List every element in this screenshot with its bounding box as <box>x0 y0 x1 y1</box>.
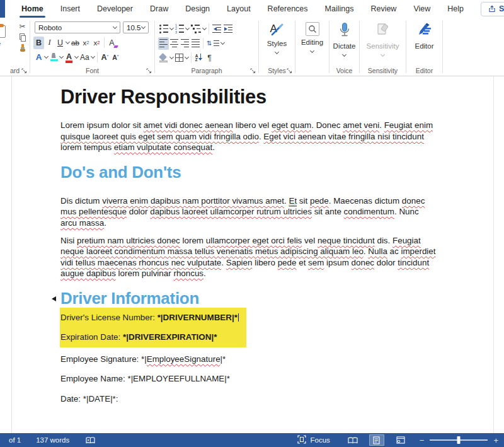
editor-pen-icon <box>416 22 433 40</box>
tab-mailings[interactable]: Mailings <box>325 4 354 13</box>
multilevel-list-icon <box>191 25 201 33</box>
zoom-slider[interactable] <box>430 439 488 441</box>
subscript-button[interactable]: x2 <box>81 37 91 49</box>
highlight-dropdown-icon[interactable] <box>59 54 64 58</box>
paragraph-group-label: Paragraph <box>155 65 258 76</box>
cut-icon[interactable]: ✂ <box>19 23 25 30</box>
ribbon-group-voice: Dictate Voice <box>329 18 359 76</box>
voice-group-label: Voice <box>329 65 359 76</box>
styles-dropdown-icon <box>275 49 279 54</box>
align-right-button[interactable] <box>180 37 190 50</box>
multilevel-list-button[interactable] <box>190 23 202 35</box>
align-center-button[interactable] <box>169 37 180 50</box>
web-layout-button[interactable] <box>393 434 408 446</box>
page-indicator[interactable]: of 1 <box>9 436 21 444</box>
font-dialog-launcher-icon[interactable] <box>146 67 152 73</box>
highlight-color-button[interactable] <box>49 51 59 64</box>
tab-references[interactable]: References <box>268 4 308 13</box>
line-spacing-dropdown-icon[interactable] <box>220 40 225 44</box>
focus-label: Focus <box>310 436 329 444</box>
doc-paragraph-2: Dis dictum viverra enim dapibus nam port… <box>60 195 437 229</box>
clipboard-dialog-launcher-icon[interactable] <box>21 67 27 73</box>
shrink-font-button[interactable]: Aˇ <box>110 51 121 64</box>
field-license-number: Driver's License Number: *|DRIVERNUMBER|… <box>60 312 246 323</box>
document-canvas[interactable]: Driver Responsibilities Lorem ipsum dolo… <box>0 76 504 433</box>
paste-button[interactable]: e <box>0 25 6 47</box>
shading-button[interactable] <box>158 52 169 64</box>
field-employee-name: Employee Name: *|EMPLOYEEFULLNAME|* <box>60 373 437 384</box>
word-count[interactable]: 137 words <box>36 436 69 444</box>
sort-button[interactable]: AZ <box>193 52 204 64</box>
tab-layout[interactable]: Layout <box>227 4 251 13</box>
decrease-indent-button[interactable] <box>211 23 222 35</box>
font-size-select[interactable]: 10.5 <box>123 21 149 33</box>
copy-icon[interactable] <box>20 33 26 41</box>
read-mode-button[interactable] <box>345 434 360 446</box>
tab-developer[interactable]: Developer <box>97 4 133 13</box>
bullet-list-dropdown-icon[interactable] <box>169 25 173 30</box>
zoom-in-button[interactable]: + <box>491 436 501 444</box>
show-hide-marks-button[interactable]: ¶ <box>204 52 215 64</box>
numbered-list-button[interactable]: 1 2 3 <box>174 23 186 35</box>
font-color-dropdown-icon[interactable] <box>74 54 79 58</box>
multilevel-list-dropdown-icon[interactable] <box>202 25 206 30</box>
underline-dropdown-icon[interactable] <box>66 39 70 44</box>
window-accent-strip <box>0 0 5 18</box>
paragraph-dialog-launcher-icon[interactable] <box>250 67 256 73</box>
font-name-select[interactable]: Roboto <box>35 21 120 33</box>
superscript-button[interactable]: x2 <box>91 37 102 49</box>
bullet-list-button[interactable] <box>158 23 169 35</box>
tab-review[interactable]: Review <box>370 4 396 13</box>
editor-button[interactable]: Editor <box>406 18 442 65</box>
increase-indent-button[interactable] <box>222 23 234 35</box>
styles-dialog-launcher-icon[interactable] <box>287 67 292 73</box>
editor-group-label: Editor <box>406 65 442 76</box>
button-separator <box>209 23 209 34</box>
numbered-list-dropdown-icon[interactable] <box>185 25 190 30</box>
strikethrough-button[interactable]: ab <box>70 37 81 49</box>
tab-design[interactable]: Design <box>185 4 210 13</box>
zoom-slider-thumb[interactable] <box>457 436 461 444</box>
change-case-button[interactable]: Aa <box>79 51 91 64</box>
grow-font-button[interactable]: Aˆ <box>100 51 110 64</box>
shading-dropdown-icon[interactable] <box>169 54 174 59</box>
scrollbar-gutter[interactable] <box>493 76 494 433</box>
tab-draw[interactable]: Draw <box>150 4 168 13</box>
zoom-out-button[interactable]: − <box>417 436 427 444</box>
justify-button[interactable] <box>190 37 201 50</box>
bold-button[interactable]: B <box>33 37 44 49</box>
dictate-button[interactable]: Dictate <box>329 18 359 65</box>
tab-home[interactable]: Home <box>21 4 43 13</box>
text-effects-button[interactable]: A <box>33 51 44 64</box>
tab-help[interactable]: Help <box>447 4 464 13</box>
line-spacing-icon: ⇅ <box>207 40 219 47</box>
tab-view[interactable]: View <box>413 4 430 13</box>
find-icon <box>306 22 319 36</box>
italic-button[interactable]: I <box>44 37 55 49</box>
field-employee-signature: Employee Signature: *|EmployeeSignature|… <box>60 354 437 364</box>
share-button[interactable]: Share <box>481 2 504 16</box>
borders-dropdown-icon[interactable] <box>185 54 189 59</box>
proofing-status-icon[interactable] <box>86 436 95 444</box>
document-page[interactable]: Driver Responsibilities Lorem ipsum dolo… <box>60 76 437 413</box>
ribbon-home: e ✂ ard Roboto 10.5 <box>0 18 504 76</box>
print-layout-button[interactable] <box>369 434 384 446</box>
borders-button[interactable] <box>174 52 185 64</box>
underline-button[interactable]: U <box>55 37 66 49</box>
chevron-down-icon <box>141 24 146 28</box>
zoom-control: − + <box>417 436 501 444</box>
change-case-dropdown-icon[interactable] <box>91 54 95 58</box>
clear-formatting-button[interactable]: A <box>106 37 117 49</box>
heading-collapse-icon[interactable] <box>52 296 56 301</box>
borders-icon <box>175 54 183 62</box>
text-effects-dropdown-icon[interactable] <box>44 54 49 58</box>
align-left-button[interactable] <box>158 37 169 50</box>
status-right-cluster: Focus − + <box>297 434 504 446</box>
editing-button[interactable]: Editing <box>295 18 329 65</box>
tab-insert[interactable]: Insert <box>60 4 80 13</box>
font-color-button[interactable]: A <box>64 51 74 64</box>
line-spacing-button[interactable]: ⇅ <box>205 37 220 50</box>
focus-mode-button[interactable]: Focus <box>297 435 329 445</box>
styles-button[interactable]: A Styles <box>259 18 295 65</box>
format-painter-icon[interactable] <box>19 44 26 52</box>
